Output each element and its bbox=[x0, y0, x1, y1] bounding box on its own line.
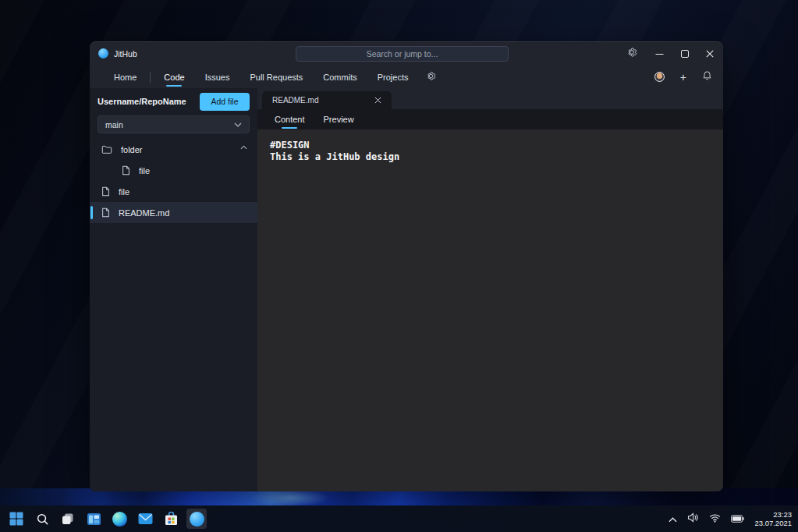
app-title: JitHub bbox=[114, 49, 137, 59]
nav-tab-issues[interactable]: Issues bbox=[195, 66, 240, 88]
taskbar-search-button[interactable] bbox=[32, 509, 52, 529]
view-mode-tabs: Content Preview bbox=[257, 109, 723, 129]
content-line: #DESIGN bbox=[270, 140, 723, 151]
task-view-button[interactable] bbox=[58, 509, 78, 529]
bell-icon bbox=[702, 70, 712, 81]
document-tab-label: README.md bbox=[272, 96, 374, 105]
maximize-icon bbox=[681, 50, 689, 58]
repo-name: Username/RepoName bbox=[98, 97, 186, 106]
battery-button[interactable] bbox=[731, 512, 744, 526]
nav-tab-projects[interactable]: Projects bbox=[367, 66, 419, 88]
battery-icon bbox=[731, 515, 744, 523]
close-icon bbox=[706, 50, 714, 58]
nav-tab-home[interactable]: Home bbox=[104, 66, 147, 88]
mail-icon bbox=[138, 512, 153, 525]
window-titlebar: JitHub bbox=[90, 42, 723, 66]
close-icon bbox=[374, 97, 381, 104]
file-icon bbox=[101, 207, 110, 218]
tab-close-button[interactable] bbox=[374, 97, 381, 104]
titlebar-settings-button[interactable] bbox=[622, 42, 642, 66]
taskbar-clock[interactable]: 23:23 23.07.2021 bbox=[754, 510, 792, 528]
edge-icon bbox=[112, 512, 127, 527]
jithub-icon bbox=[190, 512, 204, 527]
file-content[interactable]: #DESIGN This is a JitHub design bbox=[257, 129, 723, 491]
jithub-logo-icon bbox=[98, 48, 108, 59]
chevron-up-icon bbox=[669, 517, 677, 523]
chevron-up-icon[interactable] bbox=[240, 145, 247, 150]
file-icon bbox=[122, 165, 130, 176]
maximize-button[interactable] bbox=[675, 42, 695, 66]
add-file-button[interactable]: Add file bbox=[200, 93, 250, 111]
file-icon bbox=[101, 186, 110, 197]
gear-icon bbox=[426, 70, 436, 84]
task-view-icon bbox=[61, 512, 75, 526]
mail-button[interactable] bbox=[135, 509, 155, 529]
clock-date: 23.07.2021 bbox=[754, 519, 792, 528]
volume-button[interactable] bbox=[687, 512, 699, 526]
microsoft-store-icon bbox=[165, 512, 178, 526]
minimize-button[interactable] bbox=[649, 42, 669, 66]
folder-icon bbox=[101, 144, 112, 154]
tree-item-readme[interactable]: README.md bbox=[90, 202, 257, 223]
jithub-window: JitHub Home Code Issues bbox=[90, 41, 723, 491]
taskbar: 23:23 23.07.2021 bbox=[0, 505, 798, 532]
document-tab-readme[interactable]: README.md bbox=[262, 91, 392, 109]
wifi-icon bbox=[709, 513, 721, 523]
clock-time: 23:23 bbox=[754, 510, 792, 520]
user-avatar[interactable] bbox=[654, 72, 665, 82]
notifications-button[interactable] bbox=[702, 70, 712, 84]
nav-separator bbox=[150, 72, 151, 83]
tree-item-file-nested[interactable]: file bbox=[90, 160, 257, 181]
repo-settings-button[interactable] bbox=[418, 70, 444, 84]
nav-tab-code[interactable]: Code bbox=[154, 66, 194, 88]
minimize-icon bbox=[655, 50, 664, 59]
volume-icon bbox=[687, 512, 699, 523]
tree-item-folder[interactable]: folder bbox=[90, 139, 257, 160]
tab-content[interactable]: Content bbox=[265, 109, 314, 129]
nav-tab-commits[interactable]: Commits bbox=[313, 66, 367, 88]
branch-selector[interactable]: main bbox=[98, 115, 250, 133]
top-navigation: Home Code Issues Pull Requests Commits P… bbox=[90, 66, 723, 88]
start-button[interactable] bbox=[6, 509, 27, 529]
repo-sidebar: Username/RepoName Add file main folder bbox=[90, 88, 257, 491]
file-tree: folder file file README.md bbox=[90, 139, 257, 223]
file-explorer-icon bbox=[87, 512, 101, 527]
tray-chevron-button[interactable] bbox=[669, 512, 677, 526]
wifi-button[interactable] bbox=[709, 512, 721, 526]
search-icon bbox=[36, 512, 49, 526]
search-input[interactable] bbox=[296, 46, 509, 62]
content-line: This is a JitHub design bbox=[270, 151, 723, 163]
jithub-taskbar-button[interactable] bbox=[186, 509, 207, 529]
windows-start-icon bbox=[9, 512, 23, 526]
document-tabstrip: README.md bbox=[257, 88, 723, 109]
tab-preview[interactable]: Preview bbox=[314, 109, 364, 129]
add-button[interactable]: + bbox=[680, 72, 686, 83]
chevron-down-icon bbox=[234, 122, 242, 127]
edge-button[interactable] bbox=[109, 509, 129, 529]
store-button[interactable] bbox=[161, 509, 181, 529]
close-button[interactable] bbox=[700, 42, 720, 66]
file-explorer-button[interactable] bbox=[83, 509, 104, 529]
editor-panel: README.md Content Preview #DESIGN This i… bbox=[257, 88, 723, 491]
system-tray: 23:23 23.07.2021 bbox=[669, 505, 792, 532]
tree-item-file[interactable]: file bbox=[90, 181, 257, 202]
desktop: JitHub Home Code Issues bbox=[0, 0, 798, 532]
nav-tab-pull-requests[interactable]: Pull Requests bbox=[239, 66, 313, 88]
branch-name: main bbox=[105, 120, 123, 129]
gear-icon bbox=[626, 47, 637, 61]
